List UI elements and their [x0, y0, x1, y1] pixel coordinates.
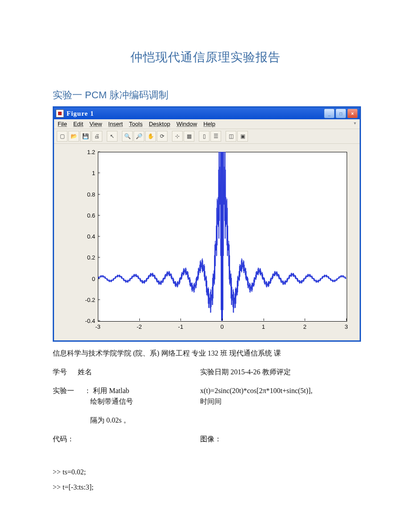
show-tools-icon[interactable]: ▣	[237, 131, 248, 142]
y-tick-label: 0	[59, 275, 95, 282]
main-title: 仲恺现代通信原理实验报告	[53, 49, 358, 65]
formula-text: x(t)=2sinc(20t)*cos[2π*100t+sinc(5t)],	[200, 387, 312, 394]
menu-file[interactable]: File	[58, 121, 67, 127]
y-tick-label: 1.2	[59, 149, 95, 155]
minimize-button[interactable]: _	[324, 109, 335, 118]
maximize-button[interactable]: □	[336, 109, 346, 118]
code-line-2: >> t=[-3:ts:3];	[53, 482, 358, 493]
code-label: 代码：	[53, 435, 74, 443]
menu-edit[interactable]: Edit	[73, 121, 83, 127]
code-line-1: >> ts=0.02;	[53, 467, 358, 478]
plot-curve	[98, 152, 346, 321]
menu-tools[interactable]: Tools	[129, 121, 143, 127]
window-title: Figure 1	[67, 110, 324, 117]
y-tick-label: 0.6	[59, 212, 95, 218]
dept-line: 信息科学与技术学院学院 (院、系) 网络工程 专业 132 班 现代通信系统 课	[53, 348, 358, 359]
data-cursor-icon[interactable]: ⊹	[172, 131, 183, 142]
y-tick-label: 0.4	[59, 233, 95, 240]
zoom-in-icon[interactable]: 🔍	[122, 131, 133, 142]
experiment-label: 实验一	[53, 387, 74, 394]
y-tick-label: 0.2	[59, 254, 95, 261]
interval-line: 隔为 0.02s 。	[90, 416, 130, 424]
menu-bar: File Edit View Insert Tools Desktop Wind…	[54, 119, 360, 129]
open-file-icon[interactable]: 📂	[68, 131, 79, 142]
matlab-figure-icon	[56, 109, 64, 117]
menu-corner-icon: ▾	[354, 121, 356, 127]
x-tick-label: 0	[220, 323, 223, 330]
x-tick-label: -3	[95, 323, 101, 330]
menu-help[interactable]: Help	[203, 121, 215, 127]
x-tick-label: -1	[178, 323, 184, 330]
dock-icon[interactable]: ▯	[199, 131, 210, 142]
x-tick-label: -2	[137, 323, 142, 330]
pan-icon[interactable]: ✋	[145, 131, 156, 142]
colorbar-icon[interactable]: ▦	[184, 131, 194, 142]
experiment-sep: ：	[84, 387, 91, 394]
student-id-label: 学号	[53, 368, 67, 376]
legend-icon[interactable]: ☰	[210, 131, 221, 142]
plot-area: www.bdocx.com -0.4-0.200.20.40.60.811.2-…	[54, 144, 360, 340]
menu-window[interactable]: Window	[176, 121, 197, 127]
image-label: 图像：	[200, 435, 222, 443]
time-label: 时间间	[200, 398, 222, 405]
print-icon[interactable]: 🖨	[92, 131, 102, 142]
new-file-icon[interactable]: ▢	[57, 131, 67, 142]
toolbar: ▢ 📂 💾 🖨 ↖ 🔍 🔎 ✋ ⟳ ⊹ ▦ ▯ ☰ ◫ ▣	[54, 129, 360, 144]
student-name-label: 姓名	[78, 368, 92, 376]
x-tick-label: 2	[303, 323, 306, 330]
menu-view[interactable]: View	[89, 121, 102, 127]
menu-desktop[interactable]: Desktop	[149, 121, 170, 127]
y-tick-label: 0.8	[59, 191, 95, 197]
menu-insert[interactable]: Insert	[108, 121, 123, 127]
close-button[interactable]: ×	[347, 109, 358, 118]
section-title: 实验一 PCM 脉冲编码调制	[53, 88, 358, 102]
hide-tools-icon[interactable]: ◫	[226, 131, 236, 142]
x-tick-label: 3	[344, 323, 348, 330]
rotate-icon[interactable]: ⟳	[157, 131, 168, 142]
y-tick-label: -0.2	[59, 296, 95, 303]
figure-window: Figure 1 _ □ × File Edit View Insert Too…	[53, 106, 361, 342]
experiment-desc2: 绘制带通信号	[90, 398, 133, 405]
experiment-desc1: 利用 Matlab	[93, 387, 129, 394]
zoom-out-icon[interactable]: 🔎	[134, 131, 144, 142]
date-label: 实验日期 2015-4-26 教师评定	[200, 368, 291, 376]
y-tick-label: 1	[59, 170, 95, 176]
titlebar: Figure 1 _ □ ×	[54, 108, 360, 119]
save-icon[interactable]: 💾	[80, 131, 91, 142]
x-tick-label: 1	[262, 323, 265, 330]
pointer-icon[interactable]: ↖	[107, 131, 117, 142]
y-tick-label: -0.4	[59, 318, 95, 324]
